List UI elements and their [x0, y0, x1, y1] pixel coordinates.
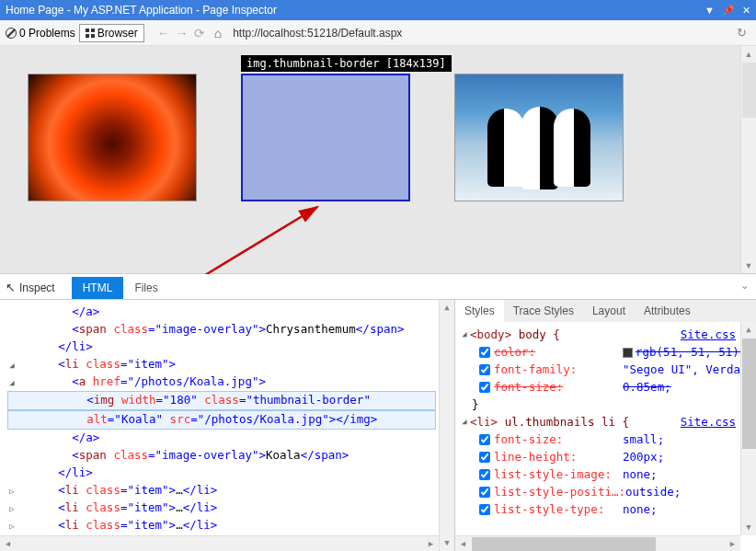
cursor-icon: ↖ — [6, 281, 16, 294]
css-property-row[interactable]: line-height:200px; — [459, 448, 756, 465]
window-title: Home Page - My ASP.NET Application - Pag… — [6, 4, 277, 17]
scroll-thumb[interactable] — [472, 537, 656, 551]
scroll-up-icon[interactable]: ▲ — [741, 46, 756, 62]
tab-html[interactable]: HTML — [72, 277, 124, 299]
window-close-icon[interactable]: ✕ — [742, 5, 750, 17]
code-line[interactable]: <span class="image-overlay">Koala</span> — [7, 447, 454, 465]
code-line[interactable]: ◢ <a href="/photos/Koala.jpg"> — [7, 373, 454, 391]
scroll-down-icon[interactable]: ▼ — [440, 535, 454, 551]
code-line[interactable]: ▷ <li class="item">…</li> — [7, 499, 454, 517]
css-prop-name: list-style-image: — [494, 465, 623, 483]
css-prop-value: 200px; — [623, 448, 664, 465]
home-icon[interactable]: ⌂ — [214, 26, 222, 40]
code-line[interactable]: </li> — [7, 465, 454, 482]
css-source-link[interactable]: Site.css — [681, 413, 736, 430]
inspect-tooltip: img.thumbnail-border [184x139] — [241, 55, 452, 72]
css-prop-value: outside; — [625, 483, 681, 500]
css-rule-header[interactable]: ◢<body> body {Site.css — [459, 326, 756, 343]
tab-trace-styles[interactable]: Trace Styles — [504, 300, 583, 322]
css-property-row[interactable]: font-size:small; — [459, 430, 756, 448]
styles-body: ◢<body> body {Site.csscolor:rgb(51, 51, … — [455, 322, 756, 551]
css-prop-value: "Segoe UI", Verda; — [623, 361, 747, 378]
thumbnail-penguins[interactable] — [454, 74, 624, 201]
css-prop-name: list-style-positi…: — [494, 483, 625, 500]
tab-styles[interactable]: Styles — [455, 300, 504, 322]
css-prop-value: small; — [623, 430, 664, 448]
inspect-button[interactable]: ↖ Inspect — [6, 281, 55, 299]
chevron-down-icon[interactable]: ⌄ — [740, 280, 749, 292]
css-prop-checkbox[interactable] — [479, 504, 490, 515]
css-prop-checkbox[interactable] — [479, 434, 490, 445]
code-line-selected[interactable]: alt="Koala" src="/photos/Koala.jpg"></im… — [7, 410, 436, 430]
css-property-row[interactable]: list-style-type:none; — [459, 500, 756, 518]
code-line[interactable]: </a> — [7, 304, 454, 321]
problems-indicator[interactable]: 0 Problems — [6, 27, 75, 40]
code-line-selected[interactable]: <img width="180" class="thumbnail-border… — [7, 391, 436, 410]
tab-layout[interactable]: Layout — [583, 300, 635, 322]
css-prop-name: line-height: — [494, 448, 623, 465]
styles-tabs: Styles Trace Styles Layout Attributes — [455, 300, 756, 322]
css-prop-name: list-style-type: — [494, 500, 623, 518]
window-dropdown-icon[interactable]: ▼ — [704, 5, 715, 17]
css-property-row[interactable]: list-style-image:none; — [459, 465, 756, 483]
css-prop-name: font-size: — [494, 378, 623, 396]
browser-preview: img.thumbnail-border [184x139] ▲ ▼ — [0, 46, 756, 274]
url-display[interactable]: http://localhost:51218/Default.aspx — [233, 27, 733, 40]
window-controls: ▼ 📌 ✕ — [704, 5, 750, 17]
thumbnail-koala-wrap: img.thumbnail-border [184x139] — [241, 74, 410, 273]
window-pin-icon[interactable]: 📌 — [722, 5, 735, 17]
code-line[interactable]: ◢ <li class="item"> — [7, 356, 454, 373]
css-prop-checkbox[interactable] — [479, 347, 490, 358]
html-scrollbar-horizontal[interactable]: ◀ ▶ — [0, 535, 439, 551]
css-property-row[interactable]: font-family:"Segoe UI", Verda; — [459, 361, 756, 378]
nav-icons: ← → ⟳ — [157, 26, 205, 40]
scroll-thumb[interactable] — [742, 63, 756, 118]
css-prop-checkbox[interactable] — [479, 469, 490, 480]
nav-back-icon[interactable]: ← — [157, 26, 170, 40]
scroll-left-icon[interactable]: ◀ — [0, 536, 16, 551]
nav-forward-icon[interactable]: → — [176, 26, 189, 40]
css-prop-checkbox[interactable] — [479, 364, 490, 375]
html-scrollbar-vertical[interactable]: ▲ ▼ — [439, 300, 454, 551]
scroll-down-icon[interactable]: ▼ — [741, 258, 756, 273]
code-line[interactable]: </li> — [7, 339, 454, 356]
code-line[interactable]: ▷ <li class="item">…</li> — [7, 482, 454, 499]
scroll-up-icon[interactable]: ▲ — [741, 322, 756, 338]
css-prop-value: none; — [623, 465, 658, 483]
tab-attributes[interactable]: Attributes — [635, 300, 700, 322]
scroll-right-icon[interactable]: ▶ — [725, 536, 740, 551]
tab-files[interactable]: Files — [123, 277, 168, 299]
url-refresh-icon[interactable]: ↻ — [737, 26, 747, 40]
thumbnail-koala-selected[interactable] — [241, 74, 410, 201]
css-rule-header[interactable]: ◢<li> ul.thumbnails li {Site.css — [459, 413, 756, 430]
code-line[interactable]: ▷ <li class="item">…</li> — [7, 517, 454, 534]
scroll-right-icon[interactable]: ▶ — [423, 536, 439, 551]
inspector-tabs: ↖ Inspect HTML Files ⌄ — [0, 274, 756, 300]
thumbnail-chrysanthemum[interactable] — [28, 74, 197, 201]
styles-scrollbar-horizontal[interactable]: ◀ ▶ — [455, 535, 740, 551]
code-line[interactable]: <span class="image-overlay">Chrysanthemu… — [7, 321, 454, 339]
css-source-link[interactable]: Site.css — [681, 326, 736, 343]
css-property-row[interactable]: list-style-positi…:outside; — [459, 483, 756, 500]
css-prop-checkbox[interactable] — [479, 487, 490, 498]
title-bar: Home Page - My ASP.NET Application - Pag… — [0, 0, 756, 20]
styles-scrollbar-vertical[interactable]: ▲ ▼ — [740, 322, 756, 535]
toolbar: 0 Problems Browser ← → ⟳ ⌂ http://localh… — [0, 20, 756, 46]
css-property-row[interactable]: font-size:0.85em; — [459, 378, 756, 396]
code-line[interactable]: </a> — [7, 430, 454, 447]
css-prop-value: rgb(51, 51, 51); — [623, 343, 746, 361]
css-prop-name: color: — [494, 343, 623, 361]
html-source-panel: </a> <span class="image-overlay">Chrysan… — [0, 300, 454, 551]
scroll-up-icon[interactable]: ▲ — [440, 300, 454, 316]
css-prop-checkbox[interactable] — [479, 452, 490, 463]
scroll-left-icon[interactable]: ◀ — [455, 536, 471, 551]
css-property-row[interactable]: color:rgb(51, 51, 51); — [459, 343, 756, 361]
panels: </a> <span class="image-overlay">Chrysan… — [0, 300, 756, 551]
nav-refresh-icon[interactable]: ⟳ — [194, 26, 205, 40]
scroll-thumb[interactable] — [742, 339, 756, 449]
preview-scrollbar-vertical[interactable]: ▲ ▼ — [740, 46, 756, 273]
browser-button[interactable]: Browser — [79, 24, 144, 42]
scroll-down-icon[interactable]: ▼ — [741, 520, 756, 535]
css-prop-value: 0.85em; — [623, 378, 671, 396]
css-prop-checkbox[interactable] — [479, 382, 490, 393]
